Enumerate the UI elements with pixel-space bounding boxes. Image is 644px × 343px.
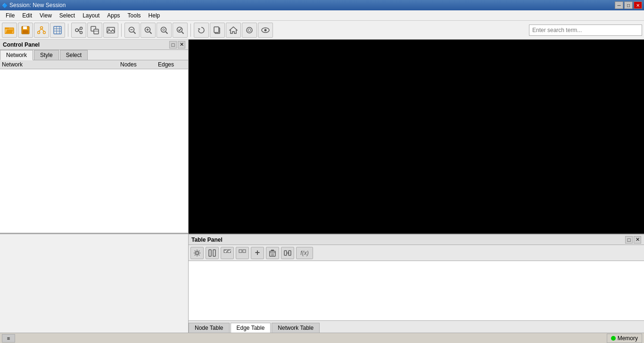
svg-line-36	[166, 32, 168, 33]
col-network: Network	[2, 61, 120, 68]
control-panel-maximize[interactable]: □	[169, 41, 177, 49]
table-panel-maximize[interactable]: □	[625, 236, 633, 244]
memory-status-dot	[611, 336, 616, 341]
tab-network[interactable]: Network	[0, 50, 33, 60]
menu-bar: File Edit View Select Layout Apps Tools …	[0, 10, 644, 21]
copy-button[interactable]	[210, 23, 225, 38]
table-tabs: Node Table Edge Table Network Table	[189, 320, 644, 333]
svg-point-43	[247, 27, 252, 33]
search-input[interactable]	[529, 24, 642, 36]
zoom-out-button[interactable]	[124, 23, 140, 38]
minimize-button[interactable]: ─	[615, 1, 623, 9]
svg-point-9	[43, 31, 46, 33]
open-folder-button[interactable]	[2, 23, 17, 38]
table-panel-header: Table Panel □ ✕	[189, 235, 644, 245]
control-panel-tabs: Network Style Select	[0, 50, 188, 60]
svg-line-38	[182, 32, 184, 33]
svg-rect-12	[54, 26, 61, 34]
export-table-button[interactable]	[87, 23, 102, 38]
tab-node-table[interactable]: Node Table	[189, 323, 230, 333]
menu-apps[interactable]: Apps	[103, 11, 124, 20]
table-panel-title: Table Panel	[191, 237, 223, 243]
zoom-actual-button[interactable]	[173, 23, 188, 38]
status-list-button[interactable]: ≡	[2, 334, 15, 343]
svg-point-8	[38, 31, 40, 33]
detach-button[interactable]	[242, 23, 257, 38]
separator-3	[190, 24, 191, 37]
app-icon: 🔷	[2, 3, 8, 8]
close-button[interactable]: ✕	[634, 1, 642, 9]
col-edges: Edges	[158, 61, 186, 68]
tab-style[interactable]: Style	[34, 50, 59, 60]
svg-point-26	[108, 28, 110, 30]
save-button[interactable]	[18, 23, 33, 38]
share-button[interactable]	[34, 23, 49, 38]
svg-point-19	[80, 31, 83, 33]
tab-select[interactable]: Select	[60, 50, 88, 60]
svg-rect-41	[214, 27, 219, 33]
tab-edge-table[interactable]: Edge Table	[231, 323, 271, 333]
table-toggle-columns-button[interactable]	[206, 247, 219, 259]
control-panel-close[interactable]: ✕	[178, 41, 185, 49]
memory-indicator[interactable]: Memory	[607, 334, 642, 343]
svg-rect-5	[23, 26, 27, 29]
svg-line-11	[41, 29, 44, 31]
table-add-row-button[interactable]: +	[251, 247, 264, 259]
control-panel: Control Panel □ ✕ Network Style Select N…	[0, 40, 188, 234]
menu-edit[interactable]: Edit	[18, 11, 36, 20]
table-toolbar: +	[189, 245, 644, 261]
zoom-in-button[interactable]	[140, 23, 156, 38]
svg-point-35	[163, 29, 165, 31]
svg-rect-60	[239, 250, 242, 253]
home-button[interactable]	[226, 23, 241, 38]
network-canvas[interactable]	[189, 40, 644, 234]
lower-left-panel	[0, 234, 188, 333]
svg-rect-56	[209, 250, 211, 256]
svg-rect-67	[284, 251, 287, 255]
table-content[interactable]	[189, 261, 644, 320]
table-deselect-button[interactable]	[236, 247, 249, 259]
table-panel: Table Panel □ ✕	[189, 234, 644, 333]
svg-marker-39	[198, 28, 200, 30]
network-content[interactable]	[0, 69, 188, 233]
tab-network-table[interactable]: Network Table	[272, 323, 320, 333]
menu-help[interactable]: Help	[145, 11, 164, 20]
table-select-all-button[interactable]	[221, 247, 234, 259]
svg-point-18	[80, 27, 83, 29]
menu-select[interactable]: Select	[56, 11, 79, 20]
svg-line-10	[39, 29, 41, 31]
table-panel-close[interactable]: ✕	[634, 236, 641, 244]
control-panel-title: Control Panel	[3, 41, 40, 48]
network-table-header: Network Nodes Edges	[0, 60, 188, 69]
svg-point-7	[41, 26, 43, 29]
svg-line-21	[78, 30, 80, 32]
svg-point-37	[177, 27, 182, 32]
svg-rect-61	[243, 250, 246, 253]
table-delete-row-button[interactable]	[266, 247, 279, 259]
menu-file[interactable]: File	[2, 11, 18, 20]
separator-2	[121, 24, 122, 37]
menu-layout[interactable]: Layout	[79, 11, 103, 20]
svg-point-17	[75, 29, 78, 32]
control-panel-header: Control Panel □ ✕	[0, 40, 188, 50]
export-image-button[interactable]	[103, 23, 118, 38]
maximize-button[interactable]: □	[624, 1, 633, 9]
table-settings-button[interactable]	[190, 247, 204, 259]
table-function-button[interactable]: f(x)	[296, 247, 313, 259]
svg-line-53	[198, 254, 199, 255]
memory-label: Memory	[618, 335, 638, 342]
table-map-columns-button[interactable]	[281, 247, 294, 259]
refresh-button[interactable]	[194, 23, 209, 38]
import-button[interactable]	[71, 23, 86, 38]
svg-rect-23	[94, 29, 99, 34]
svg-line-33	[150, 32, 152, 33]
show-hide-button[interactable]	[258, 23, 273, 38]
window-title: Session: New Session	[9, 2, 66, 8]
svg-rect-6	[23, 30, 28, 33]
canvas-area: Table Panel □ ✕	[189, 40, 644, 333]
menu-view[interactable]: View	[36, 11, 56, 20]
zoom-fit-button[interactable]	[157, 23, 172, 38]
menu-tools[interactable]: Tools	[124, 11, 145, 20]
main-content: Control Panel □ ✕ Network Style Select N…	[0, 40, 644, 333]
table-button[interactable]	[50, 23, 65, 38]
